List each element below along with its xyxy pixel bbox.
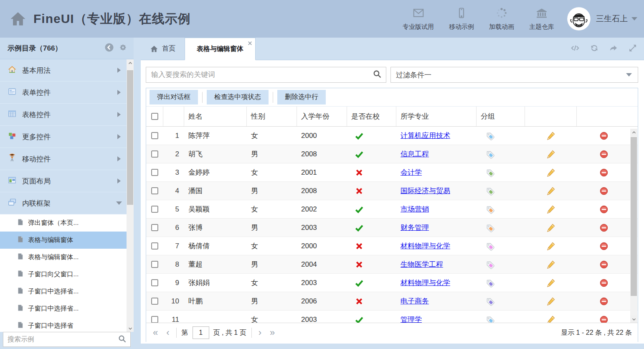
row-checkbox[interactable] [151,187,158,194]
tab-home[interactable]: 首页 [141,38,185,60]
edit-button[interactable] [546,315,556,323]
close-icon[interactable] [247,40,253,46]
row-checkbox[interactable] [151,242,158,250]
sidebar-search-input[interactable] [3,336,118,343]
header-nav-item[interactable]: 加载动画 [489,7,514,31]
sidebar-item[interactable]: 更多控件 [0,126,127,148]
delete-button[interactable] [599,260,609,269]
cell-group [477,182,525,200]
delete-button[interactable] [599,186,609,196]
cell-enrolled [347,237,396,255]
edit-button[interactable] [546,186,556,196]
delete-button[interactable] [599,278,609,288]
row-checkbox[interactable] [151,224,158,231]
sidebar-subitem[interactable]: 子窗口中选择省... [0,283,127,300]
row-checkbox[interactable] [151,316,158,323]
edit-button[interactable] [546,260,556,270]
scroll-down-button[interactable] [127,325,134,332]
toolbar-button[interactable]: 弹出对话框 [150,90,198,104]
next-page-button[interactable]: › [259,328,261,337]
share-icon[interactable] [609,43,618,54]
sidebar-item[interactable]: 移动控件 [0,148,127,170]
row-checkbox[interactable] [151,206,158,213]
delete-button[interactable] [599,242,609,251]
major-link[interactable]: 财务管理 [401,223,429,232]
row-checkbox[interactable] [151,169,158,176]
select-all-checkbox[interactable] [151,113,158,120]
major-link[interactable]: 材料物理与化学 [401,278,450,288]
scrollbar-thumb[interactable] [631,137,637,296]
gear-icon[interactable] [118,43,128,54]
cross-icon [355,297,364,306]
toolbar-button[interactable]: 删除选中行 [277,90,326,104]
edit-button[interactable] [546,149,556,159]
file-icon [0,287,24,296]
major-link[interactable]: 会计学 [401,168,422,177]
major-link[interactable]: 材料物理与化学 [401,241,450,251]
header-nav-item[interactable]: 专业版试用 [403,7,434,31]
filter-dropdown[interactable]: 过滤条件一 [390,67,638,83]
sidebar-subitem[interactable]: 表格与编辑窗体... [0,249,127,266]
row-checkbox[interactable] [151,150,158,158]
delete-button[interactable] [599,223,609,232]
major-link[interactable]: 国际经济与贸易 [401,186,450,196]
edit-button[interactable] [546,204,556,214]
search-icon[interactable] [373,69,386,80]
header-nav-item[interactable]: 移动示例 [449,7,474,31]
sidebar-subitem[interactable]: 子窗口向父窗口... [0,266,127,283]
major-link[interactable]: 信息工程 [401,149,429,159]
edit-button[interactable] [546,296,556,306]
search-icon[interactable] [118,334,130,345]
tab-active[interactable]: 表格与编辑窗体 [185,38,256,60]
sidebar-item[interactable]: 内联框架 [0,192,127,214]
major-link[interactable]: 电子商务 [401,296,429,306]
scrollbar-thumb[interactable] [127,70,133,205]
edit-button[interactable] [546,131,556,141]
sidebar-subitem[interactable]: 子窗口中选择省 [0,317,127,332]
sidebar-item[interactable]: 表格控件 [0,104,127,126]
sidebar-item[interactable]: 页面布局 [0,170,127,192]
scroll-up-button[interactable] [127,59,134,66]
sidebar-subitem[interactable]: 表格与编辑窗体 [0,232,127,249]
sidebar-item[interactable]: 表单控件 [0,82,127,104]
scroll-down-button[interactable] [630,316,637,323]
last-page-button[interactable]: » [270,328,275,337]
sidebar-item[interactable]: 基本用法 [0,59,127,82]
user-menu[interactable]: 三生石上 [567,7,637,31]
edit-button[interactable] [546,223,556,233]
edit-button[interactable] [546,278,556,288]
major-link[interactable]: 计算机应用技术 [401,131,450,140]
delete-button[interactable] [599,297,609,306]
major-link[interactable]: 管理学 [401,315,422,323]
table-scrollbar[interactable] [630,129,637,323]
user-avatar[interactable] [567,7,591,31]
prev-page-button[interactable]: ‹ [166,328,169,337]
page-number-input[interactable] [193,326,209,339]
row-checkbox[interactable] [151,298,158,305]
sidebar-subitem[interactable]: 弹出窗体（本页... [0,214,127,232]
row-checkbox[interactable] [151,132,158,139]
keyword-search-input[interactable] [146,71,373,79]
delete-button[interactable] [599,168,609,177]
header-nav-item[interactable]: 主题仓库 [529,7,554,31]
edit-button[interactable] [546,168,556,178]
scroll-up-button[interactable] [630,129,637,136]
delete-button[interactable] [599,131,609,140]
delete-button[interactable] [599,205,609,214]
refresh-icon[interactable] [590,43,599,54]
toolbar-button[interactable]: 检查选中项状态 [207,90,269,104]
row-checkbox[interactable] [151,279,158,286]
cell-year: 2008 [297,182,347,200]
delete-button[interactable] [599,315,609,323]
major-link[interactable]: 市场营销 [401,204,429,214]
sidebar-scrollbar[interactable] [127,59,134,332]
major-link[interactable]: 生物医学工程 [401,260,443,269]
expand-icon[interactable] [628,43,637,54]
edit-button[interactable] [546,241,556,251]
sidebar-subitem[interactable]: 子窗口中选择省... [0,300,127,317]
delete-button[interactable] [599,150,609,159]
row-checkbox[interactable] [151,261,158,268]
code-icon[interactable] [570,43,580,54]
collapse-sidebar-icon[interactable] [104,43,114,54]
first-page-button[interactable]: « [153,328,158,337]
